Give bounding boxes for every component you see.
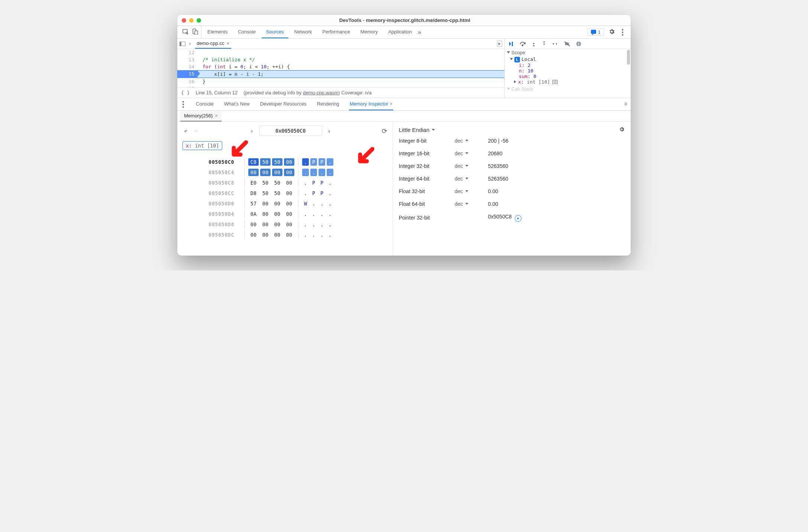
device-toolbar-icon[interactable] <box>192 29 198 36</box>
type-format-select[interactable]: dec <box>455 138 488 144</box>
refresh-icon[interactable]: ⟳ <box>382 127 387 135</box>
line-number[interactable]: 13 <box>177 56 197 63</box>
type-format-select[interactable]: dec <box>455 176 488 182</box>
drawer-tab-console[interactable]: Console <box>195 98 214 110</box>
ascii-byte[interactable]: . <box>302 210 309 218</box>
ascii-byte[interactable]: . <box>310 210 317 218</box>
drawer-tab-memory-inspector[interactable]: Memory Inspector× <box>349 98 394 110</box>
hex-byte[interactable]: 00 <box>284 200 294 207</box>
next-page-icon[interactable]: › <box>326 127 333 134</box>
hex-byte[interactable]: 00 <box>260 200 271 207</box>
ascii-byte[interactable]: . <box>319 210 325 218</box>
hex-row[interactable]: 005050D057000000W... <box>209 200 387 207</box>
ascii-byte[interactable]: . <box>327 169 333 176</box>
maximize-window-icon[interactable] <box>197 18 201 23</box>
file-tab-demo-cpp[interactable]: demo-cpp.cc × <box>195 39 231 49</box>
ascii-byte[interactable]: . <box>302 231 309 239</box>
hex-byte[interactable]: 00 <box>248 169 259 176</box>
tab-application[interactable]: Application <box>384 26 417 38</box>
settings-icon[interactable] <box>608 28 615 36</box>
hex-byte[interactable]: 50 <box>272 158 282 166</box>
hex-row[interactable]: 005050DC00000000.... <box>209 231 387 239</box>
hex-byte[interactable]: 00 <box>284 210 294 218</box>
hex-byte[interactable]: 00 <box>284 221 294 228</box>
hex-byte[interactable]: 00 <box>260 231 271 239</box>
ascii-byte[interactable]: . <box>327 189 333 197</box>
more-tabs-icon[interactable]: » <box>418 29 421 36</box>
scope-local[interactable]: Local <box>521 56 536 62</box>
ascii-byte[interactable]: . <box>319 200 325 207</box>
step-into-icon[interactable] <box>531 41 536 46</box>
step-over-icon[interactable] <box>520 41 526 46</box>
hex-byte[interactable]: 50 <box>260 189 271 197</box>
ascii-byte[interactable]: P <box>319 189 325 197</box>
callstack-header[interactable]: Call Stack <box>511 86 533 92</box>
hex-byte[interactable]: 57 <box>248 200 259 207</box>
ascii-byte[interactable]: . <box>327 200 333 207</box>
issues-button[interactable]: 1 <box>588 28 604 36</box>
ascii-byte[interactable]: P <box>319 158 325 166</box>
ascii-byte[interactable]: . <box>327 179 333 186</box>
close-drawer-icon[interactable]: × <box>624 100 628 108</box>
ascii-byte[interactable]: . <box>319 169 325 176</box>
ascii-byte[interactable]: . <box>310 169 317 176</box>
address-input[interactable] <box>259 126 322 136</box>
prev-page-icon[interactable]: ‹ <box>249 127 255 134</box>
hex-row[interactable]: 005050C400000000.... <box>209 169 387 176</box>
hex-byte[interactable]: 50 <box>260 158 271 166</box>
ascii-byte[interactable]: . <box>327 158 333 166</box>
ascii-byte[interactable]: . <box>302 158 309 166</box>
endianness-select[interactable]: Little Endian <box>399 127 435 133</box>
ascii-byte[interactable]: W <box>302 200 309 207</box>
hex-byte[interactable]: 50 <box>260 179 271 186</box>
more-options-icon[interactable] <box>620 29 626 36</box>
hex-byte[interactable]: 00 <box>248 221 259 228</box>
hex-byte[interactable]: 00 <box>272 200 282 207</box>
memory-subtab[interactable]: Memory(256)× <box>180 111 222 121</box>
hex-byte[interactable]: C8 <box>248 158 259 166</box>
type-format-select[interactable]: dec <box>455 163 488 169</box>
ascii-byte[interactable]: . <box>319 221 325 228</box>
close-window-icon[interactable] <box>182 18 186 23</box>
tab-memory[interactable]: Memory <box>356 26 382 38</box>
tab-network[interactable]: Network <box>290 26 317 38</box>
step-out-icon[interactable] <box>542 41 546 46</box>
close-subtab-icon[interactable]: × <box>215 113 218 119</box>
tab-performance[interactable]: Performance <box>318 26 354 38</box>
jump-to-address-icon[interactable] <box>515 215 521 222</box>
resume-icon[interactable] <box>508 41 514 46</box>
hex-byte[interactable]: 50 <box>272 179 282 186</box>
minimize-window-icon[interactable] <box>189 18 194 23</box>
hex-row[interactable]: 005050C8E0505000.PP. <box>209 179 387 186</box>
hex-byte[interactable]: 00 <box>284 231 294 239</box>
tab-console[interactable]: Console <box>233 26 260 38</box>
line-number[interactable]: 16 <box>177 78 197 85</box>
hex-byte[interactable]: 00 <box>272 169 282 176</box>
close-drawer-tab-icon[interactable]: × <box>390 101 393 107</box>
hex-byte[interactable]: E0 <box>248 179 259 186</box>
hex-byte[interactable]: 00 <box>248 231 259 239</box>
ascii-byte[interactable]: . <box>302 169 309 176</box>
navigator-toggle-icon[interactable] <box>180 42 185 46</box>
pause-on-exceptions-icon[interactable] <box>576 41 581 46</box>
ascii-byte[interactable]: . <box>319 231 325 239</box>
hex-byte[interactable]: 00 <box>272 231 282 239</box>
hex-byte[interactable]: 00 <box>284 158 294 166</box>
hex-row[interactable]: 005050D800000000.... <box>209 221 387 228</box>
hex-byte[interactable]: 00 <box>284 189 294 197</box>
scrollbar[interactable] <box>627 50 630 65</box>
hex-byte[interactable]: 00 <box>260 210 271 218</box>
inspect-element-icon[interactable] <box>182 29 188 36</box>
reveal-in-memory-icon[interactable] <box>552 80 557 84</box>
scope-header[interactable]: Scope <box>511 50 525 55</box>
type-format-select[interactable]: dec <box>455 150 488 156</box>
hex-byte[interactable]: 0A <box>248 210 259 218</box>
line-number[interactable]: 15 <box>177 70 197 78</box>
hex-byte[interactable]: 00 <box>284 169 294 176</box>
hex-row[interactable]: 005050CCD8505000.PP. <box>209 189 387 197</box>
ascii-byte[interactable]: P <box>310 179 317 186</box>
object-chip[interactable]: x: int [10] <box>182 141 222 150</box>
hex-row[interactable]: 005050D40A000000.... <box>209 210 387 218</box>
type-format-select[interactable]: dec <box>455 201 488 207</box>
ascii-byte[interactable]: . <box>302 189 309 197</box>
